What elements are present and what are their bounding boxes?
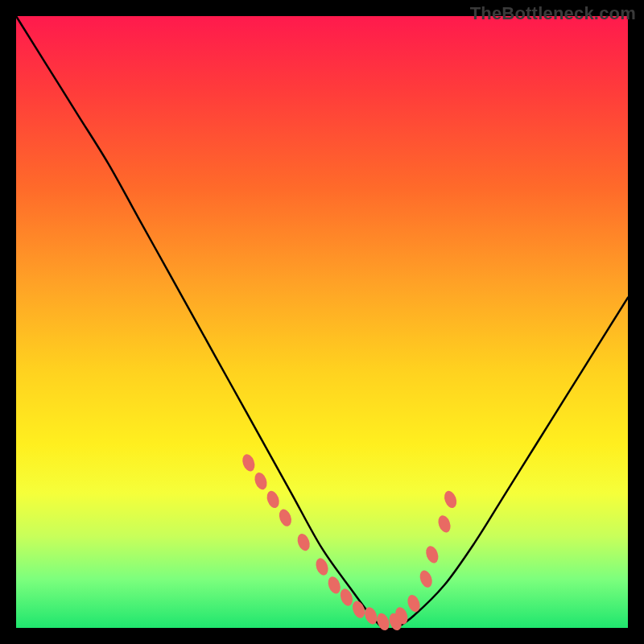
curve-svg [16, 16, 628, 628]
marker-dot [350, 599, 367, 619]
marker-dot [265, 489, 282, 510]
plot-area [16, 16, 628, 628]
marker-dot [436, 514, 453, 534]
marker-dot [314, 556, 331, 576]
marker-dot [423, 544, 440, 564]
bottleneck-curve [16, 16, 628, 630]
chart-frame: TheBottleneck.com [0, 0, 644, 644]
watermark-text: TheBottleneck.com [470, 3, 636, 24]
marker-dot [442, 489, 459, 510]
marker-dot [277, 507, 294, 527]
marker-dot [253, 471, 270, 491]
marker-dot [295, 532, 312, 552]
marker-dot [240, 452, 257, 473]
marker-dot [326, 575, 343, 595]
marker-dot [418, 568, 435, 588]
